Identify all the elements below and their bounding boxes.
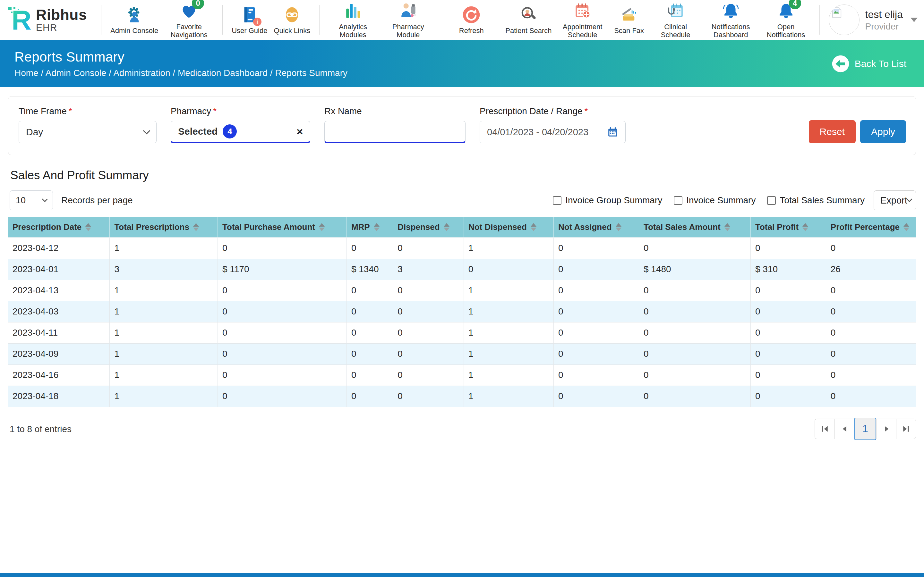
section-title: Sales And Profit Summary [10, 169, 924, 182]
back-to-list-button[interactable]: Back To List [832, 55, 906, 73]
column-header[interactable]: Not Assigned [553, 217, 639, 237]
sort-icon[interactable] [319, 223, 325, 231]
table-cell: 1 [464, 343, 553, 364]
checkbox-icon [553, 196, 561, 205]
apply-button[interactable]: Apply [860, 120, 906, 143]
nav-analytics-modules[interactable]: Analytics Modules [325, 0, 381, 40]
table-cell: 2023-04-09 [8, 343, 110, 364]
export-button[interactable]: Export [874, 190, 916, 210]
table-cell: 0 [826, 301, 916, 322]
table-cell: 1 [464, 364, 553, 386]
table-cell: 0 [218, 343, 347, 364]
previous-page-button[interactable] [835, 419, 855, 439]
user-menu[interactable]: test elija Provider [829, 5, 918, 35]
sort-icon[interactable] [724, 223, 730, 231]
column-header[interactable]: Total Sales Amount [639, 217, 750, 237]
nav-quick-links[interactable]: Quick Links [270, 3, 313, 36]
book-icon: i [240, 5, 259, 25]
nav-label: Patient Search [505, 27, 551, 35]
column-header[interactable]: MRP [347, 217, 393, 237]
previous-page-icon [840, 424, 850, 434]
date-range-label: Prescription Date / Range [480, 106, 583, 116]
date-range-input[interactable]: 04/01/2023 - 04/20/2023 [480, 121, 626, 143]
table-cell: 0 [393, 280, 464, 301]
nav-patient-search[interactable]: Patient Search [502, 3, 555, 36]
table-cell: 0 [639, 322, 750, 343]
nav-refresh[interactable]: Refresh [452, 3, 490, 36]
sort-icon[interactable] [193, 223, 199, 231]
clear-icon[interactable]: × [296, 126, 303, 137]
nav-notifications-dashboard[interactable]: Notifications Dashboard [703, 0, 758, 40]
nav-pharmacy-module[interactable]: Pharmacy Module [381, 0, 436, 40]
clinical-calendar-icon [666, 1, 685, 21]
table-cell: 0 [826, 364, 916, 386]
bar-chart-icon [344, 1, 362, 21]
time-frame-select[interactable]: Day [19, 121, 157, 143]
pagination: 1 [814, 419, 916, 440]
nav-scan-fax[interactable]: Scan Fax [610, 3, 648, 36]
bottom-bar [0, 573, 924, 577]
rx-name-label: Rx Name [325, 106, 465, 116]
first-page-button[interactable] [814, 419, 835, 439]
total-sales-summary-checkbox[interactable]: Total Sales Summary [767, 195, 865, 205]
nav-label: User Guide [232, 27, 267, 35]
table-cell: 0 [393, 322, 464, 343]
sort-icon[interactable] [803, 223, 808, 231]
nav-open-notifications[interactable]: 4 Open Notifications [758, 0, 814, 40]
table-cell: 0 [639, 237, 750, 259]
nav-clinical-schedule[interactable]: Clinical Schedule [648, 0, 703, 40]
sort-icon[interactable] [374, 223, 380, 231]
table-cell: 0 [750, 364, 826, 386]
column-header[interactable]: Dispensed [393, 217, 464, 237]
column-header[interactable]: Total Profit [750, 217, 826, 237]
table-cell: 1 [464, 237, 553, 259]
table-cell: 0 [553, 386, 639, 407]
table-cell: 0 [826, 237, 916, 259]
pharmacy-multiselect[interactable]: Selected 4 × [171, 121, 310, 143]
column-header[interactable]: Total Purchase Amount [218, 217, 347, 237]
nav-label: Refresh [459, 27, 484, 35]
sort-icon[interactable] [903, 223, 909, 231]
rx-name-input[interactable] [332, 121, 458, 142]
reset-button[interactable]: Reset [809, 120, 856, 143]
last-page-button[interactable] [896, 419, 916, 439]
nav-appointment-schedule[interactable]: Appointment Schedule [555, 0, 610, 40]
table-cell: 2023-04-03 [8, 301, 110, 322]
table-cell: 2023-04-01 [8, 259, 110, 280]
nav-user-guide[interactable]: i User Guide [228, 3, 270, 36]
breadcrumb[interactable]: Home / Admin Console / Administration / … [15, 68, 347, 78]
table-cell: 0 [826, 343, 916, 364]
broken-image-icon [830, 6, 843, 19]
nav-admin-console[interactable]: Admin Console [107, 3, 162, 36]
column-header[interactable]: Prescription Date [8, 217, 110, 237]
table-cell: 0 [750, 322, 826, 343]
divider [819, 5, 820, 35]
sort-icon[interactable] [615, 223, 622, 231]
pharmacy-count-badge: 4 [223, 124, 237, 139]
next-page-button[interactable] [876, 419, 896, 439]
sort-icon[interactable] [531, 223, 536, 231]
time-frame-field: Time Frame* Day [19, 106, 157, 143]
column-header[interactable]: Not Dispensed [464, 217, 553, 237]
records-per-page-select[interactable]: 10 [10, 190, 53, 210]
sort-icon[interactable] [444, 223, 449, 231]
nav-label: Favorite Navigations [165, 23, 213, 39]
calendar-icon[interactable] [607, 127, 618, 137]
brand-logo[interactable]: R Ribhus EHR [10, 6, 87, 34]
time-frame-value: Day [26, 127, 43, 137]
sales-profit-table: Prescription DateTotal PrescriptionsTota… [8, 217, 916, 407]
current-page-button[interactable]: 1 [855, 418, 876, 440]
table-cell: 1 [464, 280, 553, 301]
sort-icon[interactable] [86, 223, 91, 231]
invoice-group-summary-checkbox[interactable]: Invoice Group Summary [553, 195, 662, 205]
table-cell: 0 [826, 322, 916, 343]
appointment-calendar-icon [573, 1, 592, 21]
nav-favorite-navigations[interactable]: 0 Favorite Navigations [162, 0, 216, 40]
entries-count: 1 to 8 of entries [10, 424, 71, 434]
column-header[interactable]: Profit Percentage [826, 217, 916, 237]
column-header[interactable]: Total Prescriptions [110, 217, 218, 237]
export-label: Export [880, 195, 907, 206]
brand-name: Ribhus [36, 7, 87, 23]
table-row: 2023-04-13100010000 [8, 280, 916, 301]
invoice-summary-checkbox[interactable]: Invoice Summary [674, 195, 756, 205]
